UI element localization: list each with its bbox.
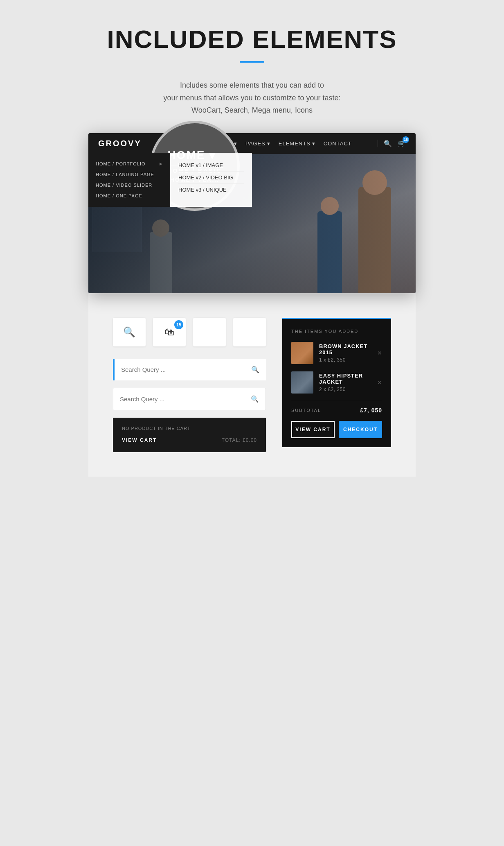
blank-icon-box-1 <box>193 318 226 346</box>
mega-left-item-4[interactable]: HOME / ONE PAGE <box>88 190 170 201</box>
cart-icon-box[interactable]: 🛍 15 <box>153 318 186 346</box>
cart-icon-badge: 15 <box>174 320 183 329</box>
mega-left-item-2[interactable]: HOME / LANDING PAGE <box>88 169 170 180</box>
showcase-section: 🔍 🛍 15 🔍 🔍 <box>88 293 416 477</box>
search-box-gray: 🔍 <box>113 388 266 410</box>
nav-cart-badge: 15 <box>403 136 409 143</box>
nav-link-elements[interactable]: ELEMENTS ▾ <box>279 140 315 147</box>
search-icon-box[interactable]: 🔍 <box>113 318 146 346</box>
browser-section: HOME ▾ HOME / BASIC HOME / VER... GROOVY… <box>88 133 416 293</box>
cart-item-1-name: BROWN JACKET 2015 <box>319 343 371 355</box>
blank-icon-box-2 <box>233 318 266 346</box>
subtotal-label: SUBTOTAL <box>291 408 321 413</box>
mega-menu-right: HOME v1 / IMAGE HOME v2 / VIDEO BIG HOME… <box>170 153 252 207</box>
right-column: THE ITEMS YOU ADDED BROWN JACKET 2015 1 … <box>282 318 391 452</box>
cart-item-1-thumb <box>291 342 313 364</box>
search-input-blue[interactable] <box>115 359 245 380</box>
cart-item-2-price: 2 x £2, 350 <box>319 387 371 392</box>
nav-icons: 🔍 🛒 15 <box>378 140 406 147</box>
cart-item-1-remove-btn[interactable]: ✕ <box>377 350 382 356</box>
title-underline <box>240 61 264 63</box>
nav-cart-icon-btn[interactable]: 🛒 15 <box>398 140 406 147</box>
nav-link-contact[interactable]: CONTACT <box>324 140 352 147</box>
search-submit-gray[interactable]: 🔍 <box>244 389 266 409</box>
page-wrapper: INCLUDED ELEMENTS Includes some elements… <box>0 0 504 509</box>
cart-item-2-name: EASY HIPSTER JACKET <box>319 373 371 385</box>
mega-menu-left: HOME / PORTFOLIO ▶ HOME / LANDING PAGE H… <box>88 153 170 207</box>
subtotal-amount: £7, 050 <box>360 407 382 414</box>
mega-right-item-1[interactable]: HOME v1 / IMAGE <box>178 159 244 172</box>
view-cart-button[interactable]: VIEW CART <box>291 421 335 438</box>
mini-cart-empty-text: NO PRODUCT IN THE CART <box>122 426 257 431</box>
browser-frame: GROOVY HOME ▾ PORTFOLIO ▾ PAGES ▾ <box>88 133 416 293</box>
mini-cart-footer: VIEW CART TOTAL: £0.00 <box>122 437 257 443</box>
subtitle-line3: WooCart, Search, Mega menu, Icons <box>191 106 313 114</box>
subtitle-line1: Includes some elements that you can add … <box>180 81 324 89</box>
subtitle-line2: your menus that allows you to customize … <box>163 94 340 102</box>
mega-item1-arrow: ▶ <box>160 162 163 166</box>
cart-actions: VIEW CART CHECKOUT <box>291 421 382 438</box>
brand-logo: GROOVY <box>98 139 142 148</box>
navbar: GROOVY HOME ▾ PORTFOLIO ▾ PAGES ▾ <box>88 133 416 154</box>
nav-divider <box>378 140 378 147</box>
cart-item-1-price: 1 x £2, 350 <box>319 357 371 363</box>
cart-item-1-info: BROWN JACKET 2015 1 x £2, 350 <box>319 343 371 363</box>
elements-arrow-icon: ▾ <box>312 140 315 147</box>
nav-search-icon-btn[interactable]: 🔍 <box>384 140 392 147</box>
cart-panel-title: THE ITEMS YOU ADDED <box>291 329 382 334</box>
cart-divider <box>291 401 382 401</box>
page-title: INCLUDED ELEMENTS <box>0 25 504 54</box>
search-input-gray[interactable] <box>113 388 244 410</box>
mega-left-item-1[interactable]: HOME / PORTFOLIO ▶ <box>88 158 170 169</box>
cart-item-2: EASY HIPSTER JACKET 2 x £2, 350 ✕ <box>291 371 382 394</box>
mega-left-item-3[interactable]: HOME / VIDEO SLIDER <box>88 180 170 190</box>
left-column: 🔍 🛍 15 🔍 🔍 <box>113 318 266 452</box>
mini-cart-view-cart-btn[interactable]: VIEW CART <box>122 437 157 443</box>
cart-item-2-remove-btn[interactable]: ✕ <box>377 379 382 386</box>
cart-item-2-info: EASY HIPSTER JACKET 2 x £2, 350 <box>319 373 371 392</box>
nav-link-pages[interactable]: PAGES ▾ <box>245 140 270 147</box>
search-icon: 🔍 <box>123 326 135 338</box>
cart-item-2-thumb <box>291 371 313 394</box>
jacket2-thumbnail <box>291 371 313 394</box>
mini-cart-total: TOTAL: £0.00 <box>222 437 257 443</box>
cart-item-1: BROWN JACKET 2015 1 x £2, 350 ✕ <box>291 342 382 364</box>
icon-buttons-row: 🔍 🛍 15 <box>113 318 266 346</box>
cart-icon: 🛍 <box>164 326 174 338</box>
subtitle: Includes some elements that you can add … <box>0 79 504 117</box>
jacket1-thumbnail <box>291 342 313 364</box>
mini-cart-dark: NO PRODUCT IN THE CART VIEW CART TOTAL: … <box>113 418 266 452</box>
cart-subtotal: SUBTOTAL £7, 050 <box>291 407 382 414</box>
checkout-button[interactable]: CHECKOUT <box>339 421 382 438</box>
search-submit-blue[interactable]: 🔍 <box>245 360 266 379</box>
mega-right-item-2[interactable]: HOME v2 / VIDEO BIG <box>178 172 244 184</box>
showcase-row: 🔍 🛍 15 🔍 🔍 <box>113 318 391 452</box>
pages-arrow-icon: ▾ <box>267 140 270 147</box>
cart-panel: THE ITEMS YOU ADDED BROWN JACKET 2015 1 … <box>282 318 391 447</box>
mega-menu-overlay: HOME / PORTFOLIO ▶ HOME / LANDING PAGE H… <box>88 153 416 207</box>
search-box-blue: 🔍 <box>113 359 266 380</box>
header-section: INCLUDED ELEMENTS Includes some elements… <box>0 25 504 133</box>
mega-right-item-3[interactable]: HOME v3 / UNIQUE <box>178 184 244 196</box>
